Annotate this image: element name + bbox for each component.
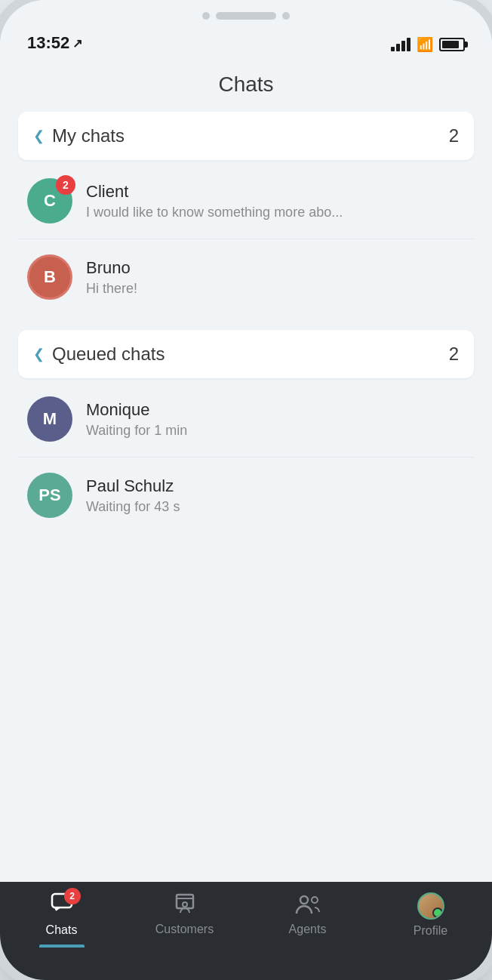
queued-chats-count: 2 — [449, 344, 459, 365]
bruno-preview: Hi there! — [86, 281, 465, 297]
paul-preview: Waiting for 43 s — [86, 499, 465, 515]
profile-avatar — [417, 892, 444, 920]
svg-point-3 — [300, 896, 308, 904]
notch-pill — [216, 12, 276, 20]
customers-nav-label: Customers — [155, 923, 214, 936]
svg-point-2 — [183, 902, 187, 907]
battery-icon — [439, 38, 465, 51]
active-indicator — [39, 945, 85, 948]
phone-frame: 13:52 ↗ 📶 Chats ❮ My chat — [0, 0, 492, 980]
paul-name: Paul Schulz — [86, 476, 465, 496]
client-preview: I would like to know something more abo.… — [86, 205, 465, 220]
screen-content: Chats ❮ My chats 2 C 2 — [0, 60, 492, 882]
customers-icon — [174, 892, 196, 918]
chat-list: ❮ My chats 2 C 2 Client I would like to … — [0, 112, 492, 882]
avatar-monique: M — [27, 396, 72, 442]
chat-item-bruno[interactable]: B Bruno Hi there! — [18, 239, 474, 315]
my-chats-section-header[interactable]: ❮ My chats 2 — [18, 112, 474, 160]
direction-icon: ↗ — [72, 36, 82, 51]
page-title: Chats — [0, 60, 492, 112]
signal-icon — [391, 38, 411, 51]
avatar-client: C 2 — [27, 178, 72, 223]
notch-dot-2 — [282, 12, 290, 20]
agents-icon — [295, 892, 321, 918]
client-name: Client — [86, 182, 465, 202]
section-gap — [18, 315, 474, 330]
notch-dot — [202, 12, 210, 20]
time-text: 13:52 — [27, 33, 69, 53]
my-chats-count: 2 — [449, 125, 459, 146]
status-bar: 13:52 ↗ 📶 — [0, 0, 492, 60]
nav-tab-agents[interactable]: Agents — [246, 892, 369, 936]
queued-chats-label: Queued chats — [52, 344, 165, 365]
chats-nav-label: Chats — [46, 923, 78, 937]
my-chats-label: My chats — [52, 125, 125, 146]
battery-fill — [442, 41, 459, 48]
my-chats-list: C 2 Client I would like to know somethin… — [18, 163, 474, 315]
agents-nav-label: Agents — [289, 923, 327, 936]
avatar-bruno: B — [27, 254, 72, 300]
bottom-nav: 2 Chats Customers — [0, 882, 492, 980]
bruno-name: Bruno — [86, 258, 465, 278]
time-display: 13:52 ↗ — [27, 33, 82, 53]
queued-chats-chevron-icon: ❮ — [33, 346, 45, 362]
nav-tab-chats[interactable]: 2 Chats — [0, 892, 123, 937]
profile-nav-label: Profile — [414, 924, 447, 938]
monique-name: Monique — [86, 400, 465, 420]
queued-chats-list: M Monique Waiting for 1 min PS Paul Schu… — [18, 381, 474, 533]
svg-point-4 — [312, 897, 318, 903]
chat-item-client[interactable]: C 2 Client I would like to know somethin… — [18, 163, 474, 239]
chat-item-monique[interactable]: M Monique Waiting for 1 min — [18, 381, 474, 458]
status-icons: 📶 — [391, 36, 465, 53]
unread-badge-client: 2 — [56, 175, 75, 195]
wifi-icon: 📶 — [417, 36, 433, 53]
nav-tab-profile[interactable]: Profile — [369, 892, 492, 938]
my-chats-chevron-icon: ❮ — [33, 128, 45, 144]
queued-chats-section-header[interactable]: ❮ Queued chats 2 — [18, 330, 474, 378]
monique-preview: Waiting for 1 min — [86, 423, 465, 439]
nav-tab-customers[interactable]: Customers — [123, 892, 246, 936]
avatar-paul: PS — [27, 473, 72, 518]
chats-nav-badge: 2 — [64, 888, 81, 904]
notch — [202, 12, 290, 20]
chat-item-paul[interactable]: PS Paul Schulz Waiting for 43 s — [18, 458, 474, 533]
